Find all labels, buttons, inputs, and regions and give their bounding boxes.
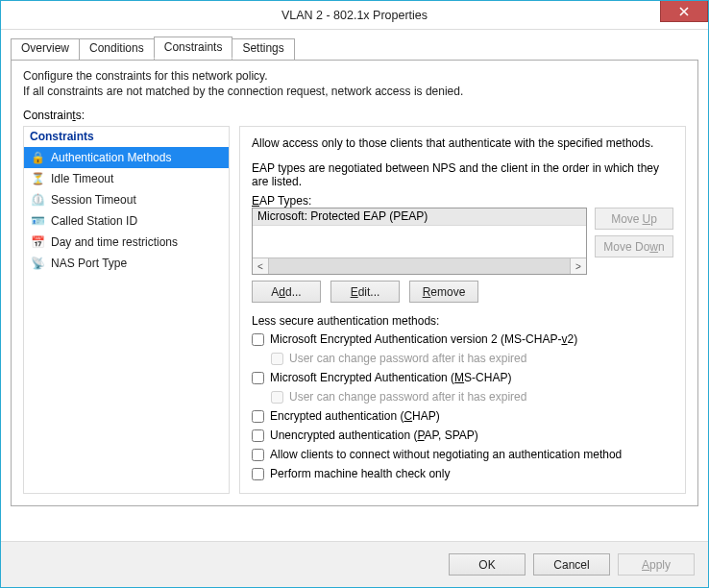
move-down-button: Move Down (595, 235, 673, 257)
sidebar-item-authentication-methods[interactable]: 🔒 Authentication Methods (24, 147, 229, 168)
checkbox-label: Encrypted authentication (CHAP) (270, 409, 440, 423)
scroll-right-icon[interactable]: > (570, 258, 586, 274)
checkbox-mschap-input[interactable] (252, 372, 264, 384)
checkbox-chap[interactable]: Encrypted authentication (CHAP) (252, 406, 673, 426)
sidebar-item-idle-timeout[interactable]: ⏳ Idle Timeout (24, 168, 229, 189)
station-icon: 🪪 (30, 213, 45, 229)
scroll-left-icon[interactable]: < (253, 258, 269, 274)
tab-overview[interactable]: Overview (11, 38, 80, 61)
checkbox-label: Microsoft Encrypted Authentication (MS-C… (270, 371, 511, 384)
dialog-buttons: OK Cancel Apply (1, 541, 708, 587)
detail-desc-1: Allow access only to those clients that … (252, 136, 673, 150)
checkbox-no-negotiation-input[interactable] (252, 449, 264, 461)
eap-type-item[interactable]: Microsoft: Protected EAP (PEAP) (253, 208, 586, 226)
add-button[interactable]: Add... (252, 281, 321, 303)
checkbox-pap-input[interactable] (252, 429, 264, 442)
lock-icon: 🔒 (30, 150, 45, 165)
constraint-detail-pane: Allow access only to those clients that … (239, 126, 686, 494)
checkbox-no-negotiation[interactable]: Allow clients to connect without negotia… (252, 445, 673, 464)
checkbox-health-check-only[interactable]: Perform machine health check only (252, 464, 673, 483)
idle-icon: ⏳ (30, 171, 45, 186)
move-up-button: Move Up (595, 208, 673, 230)
checkbox-label: Perform machine health check only (270, 467, 450, 480)
checkbox-label: Microsoft Encrypted Authentication versi… (270, 332, 577, 346)
scroll-track[interactable] (269, 258, 570, 274)
sidebar-item-label: Authentication Methods (51, 151, 171, 164)
titlebar: VLAN 2 - 802.1x Properties (1, 1, 708, 30)
tab-constraints[interactable]: Constraints (154, 37, 233, 59)
checkbox-label: Unencrypted authentication (PAP, SPAP) (270, 429, 478, 442)
tab-settings[interactable]: Settings (232, 38, 294, 61)
checkbox-pap[interactable]: Unencrypted authentication (PAP, SPAP) (252, 426, 673, 445)
tab-pane-constraints: Configure the constraints for this netwo… (11, 60, 698, 506)
close-icon (679, 7, 689, 16)
sidebar-item-label: Idle Timeout (51, 172, 113, 185)
sidebar-item-label: NAS Port Type (51, 257, 127, 270)
checkbox-mschap-v2-input[interactable] (252, 333, 264, 346)
sidebar-item-label: Called Station ID (51, 214, 137, 228)
eap-scrollbar[interactable]: < > (253, 257, 586, 274)
instructions: Configure the constraints for this netwo… (23, 68, 686, 99)
body: Overview Conditions Constraints Settings… (1, 30, 708, 541)
checkbox-label: User can change password after it has ex… (289, 390, 526, 404)
apply-button: Apply (618, 553, 695, 576)
less-secure-label: Less secure authentication methods: (252, 314, 673, 328)
checkbox-mschap-v2[interactable]: Microsoft Encrypted Authentication versi… (252, 330, 673, 349)
sidebar-item-label: Session Timeout (51, 193, 136, 207)
cancel-button[interactable]: Cancel (533, 553, 610, 576)
checkbox-health-check-only-input[interactable] (252, 468, 264, 480)
checkbox-mschap[interactable]: Microsoft Encrypted Authentication (MS-C… (252, 368, 673, 387)
close-button[interactable] (660, 1, 708, 22)
eap-types-list[interactable]: Microsoft: Protected EAP (PEAP) < > (252, 208, 587, 275)
sidebar-item-label: Day and time restrictions (51, 235, 178, 249)
eap-types-label: EAP Types: (252, 194, 673, 208)
window-title: VLAN 2 - 802.1x Properties (1, 9, 708, 22)
constraints-list: Constraints 🔒 Authentication Methods ⏳ I… (23, 126, 230, 494)
checkbox-chap-input[interactable] (252, 410, 264, 423)
sidebar-item-nas-port-type[interactable]: 📡 NAS Port Type (24, 253, 229, 274)
tab-conditions[interactable]: Conditions (79, 38, 155, 61)
sidebar-item-session-timeout[interactable]: ⏲️ Session Timeout (24, 189, 229, 210)
sidebar-item-day-time[interactable]: 📅 Day and time restrictions (24, 232, 229, 253)
edit-button[interactable]: Edit... (330, 281, 400, 303)
detail-desc-2: EAP types are negotiated between NPS and… (252, 161, 673, 188)
remove-button[interactable]: Remove (409, 281, 478, 303)
checkbox-label: User can change password after it has ex… (289, 352, 526, 365)
checkbox-mschap-expire-input (271, 391, 283, 404)
intro-line-1: Configure the constraints for this netwo… (23, 69, 268, 83)
sidebar-item-called-station-id[interactable]: 🪪 Called Station ID (24, 210, 229, 232)
checkbox-label: Allow clients to connect without negotia… (270, 448, 622, 461)
calendar-icon: 📅 (30, 234, 45, 250)
checkbox-mschap-expire: User can change password after it has ex… (271, 387, 673, 406)
properties-dialog: VLAN 2 - 802.1x Properties Overview Cond… (0, 0, 709, 588)
tab-strip: Overview Conditions Constraints Settings… (11, 37, 698, 506)
intro-line-2: If all constraints are not matched by th… (23, 85, 463, 98)
checkbox-mschap-v2-expire-input (271, 353, 283, 365)
session-icon: ⏲️ (30, 192, 45, 208)
ok-button[interactable]: OK (449, 553, 526, 576)
port-icon: 📡 (30, 256, 45, 271)
constraints-label: Constraints: (23, 109, 686, 122)
constraints-list-header: Constraints (24, 127, 229, 147)
checkbox-mschap-v2-expire: User can change password after it has ex… (271, 349, 673, 368)
